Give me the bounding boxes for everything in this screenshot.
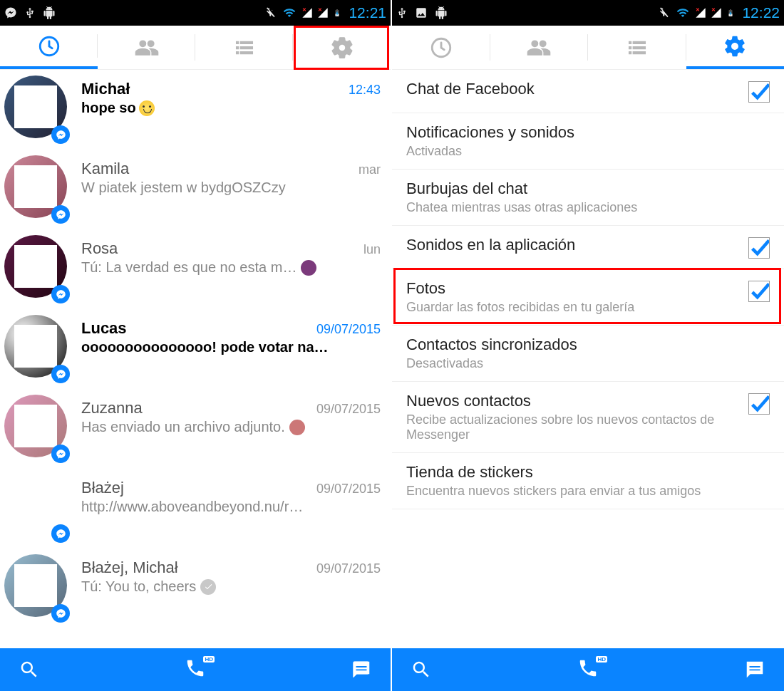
settings-title: Burbujas del chat — [406, 180, 763, 198]
mute-icon — [264, 6, 277, 19]
picture-icon — [415, 6, 428, 19]
chat-preview: Tú: La verdad es que no esta m… — [81, 259, 352, 276]
avatar[interactable] — [4, 554, 73, 623]
checkbox[interactable] — [748, 281, 770, 302]
bottom-bar: HD — [392, 648, 784, 691]
compose-icon[interactable] — [351, 659, 372, 680]
clock-icon — [429, 36, 453, 60]
chat-name: Błażej, Michał — [81, 558, 178, 577]
mute-icon — [658, 6, 671, 19]
search-icon[interactable] — [19, 659, 40, 680]
chat-time: 09/07/2015 — [316, 322, 381, 337]
chat-preview: ooooooooooooooo! pode votar na… — [81, 339, 352, 355]
checkbox[interactable] — [748, 393, 770, 415]
tab-settings[interactable] — [686, 26, 785, 69]
tab-settings[interactable] — [293, 26, 391, 69]
avatar[interactable] — [4, 76, 73, 144]
status-clock: 12:21 — [349, 4, 386, 21]
avatar[interactable] — [4, 395, 73, 463]
chat-preview: Has enviado un archivo adjunto. — [81, 419, 352, 435]
chat-preview: W piatek jestem w bydgOSZCzy — [81, 180, 352, 196]
chat-row[interactable]: Błażej 09/07/2015 http://www.aboveandbey… — [0, 469, 391, 549]
avatar[interactable] — [4, 155, 73, 224]
chat-row[interactable]: Michał 12:43 hope so — [0, 70, 391, 150]
right-screen: ✕ ✕ 12:22 Chat d — [392, 0, 784, 691]
checkbox[interactable] — [748, 81, 770, 103]
settings-title: Fotos — [406, 279, 741, 298]
chat-name: Rosa — [81, 239, 118, 258]
android-icon — [435, 6, 448, 19]
settings-row[interactable]: Contactos sincronizados Desactivadas — [392, 326, 784, 382]
tab-recent[interactable] — [0, 26, 98, 69]
left-screen: ✕ ✕ 12:21 — [0, 0, 392, 691]
chat-time: 09/07/2015 — [316, 482, 381, 497]
settings-row[interactable]: Burbujas del chat Chatea mientras usas o… — [392, 170, 784, 226]
settings-title: Contactos sincronizados — [406, 336, 763, 354]
list-icon — [232, 36, 257, 60]
settings-subtitle: Recibe actualizaciones sobre los nuevos … — [406, 412, 741, 442]
battery-icon — [333, 6, 341, 19]
settings-title: Nuevos contactos — [406, 392, 741, 410]
tab-groups[interactable] — [490, 26, 589, 69]
avatar[interactable] — [4, 474, 73, 543]
settings-list: Chat de Facebook Notificaciones y sonido… — [392, 70, 784, 648]
chat-preview: Tú: You to, cheers — [81, 578, 352, 595]
settings-subtitle: Guardar las fotos recibidas en tu galerí… — [406, 300, 741, 315]
chat-row[interactable]: Kamila mar W piatek jestem w bydgOSZCzy — [0, 150, 391, 229]
settings-row[interactable]: Sonidos en la aplicación — [392, 226, 784, 269]
usb-icon — [396, 6, 408, 19]
chat-preview: hope so — [81, 100, 352, 116]
chat-row[interactable]: Zuzanna 09/07/2015 Has enviado un archiv… — [0, 389, 391, 469]
messenger-badge-icon — [51, 205, 70, 224]
settings-row[interactable]: Nuevos contactos Recibe actualizaciones … — [392, 382, 784, 453]
status-bar: ✕ ✕ 12:21 — [0, 0, 391, 26]
chat-preview: http://www.aboveandbeyond.nu/r… — [81, 499, 352, 515]
status-bar: ✕ ✕ 12:22 — [392, 0, 784, 26]
settings-title: Chat de Facebook — [406, 80, 741, 98]
messenger-badge-icon — [51, 524, 70, 543]
groups-icon — [135, 36, 159, 60]
chat-time: mar — [359, 162, 381, 177]
signal-icon-2: ✕ — [711, 6, 722, 19]
messenger-icon — [4, 6, 17, 19]
tab-groups[interactable] — [98, 26, 195, 69]
tab-recent[interactable] — [392, 26, 490, 69]
chat-name: Michał — [81, 80, 130, 98]
compose-icon[interactable] — [744, 659, 765, 680]
avatar[interactable] — [4, 235, 73, 303]
call-button[interactable]: HD — [577, 658, 599, 682]
call-button[interactable]: HD — [185, 658, 206, 682]
gear-icon — [723, 34, 747, 58]
smile-emoji — [139, 100, 155, 116]
groups-icon — [527, 36, 551, 60]
messenger-badge-icon — [51, 365, 70, 383]
chat-name: Lucas — [81, 319, 127, 338]
read-receipt-avatar — [301, 260, 316, 276]
search-icon[interactable] — [411, 659, 432, 680]
usb-icon — [24, 6, 36, 19]
signal-icon: ✕ — [695, 6, 706, 19]
settings-row[interactable]: Tienda de stickers Encuentra nuevos stic… — [392, 453, 784, 509]
chat-row[interactable]: Rosa lun Tú: La verdad es que no esta m… — [0, 229, 391, 309]
settings-subtitle: Activadas — [406, 144, 763, 159]
settings-row[interactable]: Fotos Guardar las fotos recibidas en tu … — [392, 269, 784, 326]
chat-list: Michał 12:43 hope so Kamila mar W piatek… — [0, 70, 391, 648]
signal-icon: ✕ — [301, 6, 313, 19]
checkbox[interactable] — [748, 237, 770, 259]
chat-row[interactable]: Błażej, Michał 09/07/2015 Tú: You to, ch… — [0, 549, 391, 628]
svg-text:✕: ✕ — [696, 6, 701, 13]
chat-name: Zuzanna — [81, 399, 143, 417]
settings-subtitle: Chatea mientras usas otras aplicaciones — [406, 200, 763, 215]
chat-time: 09/07/2015 — [316, 561, 381, 576]
settings-title: Sonidos en la aplicación — [406, 236, 741, 254]
tab-list[interactable] — [195, 26, 293, 69]
messenger-badge-icon — [51, 445, 70, 463]
settings-row[interactable]: Chat de Facebook — [392, 70, 784, 113]
settings-row[interactable]: Notificaciones y sonidos Activadas — [392, 113, 784, 170]
chat-row[interactable]: Lucas 09/07/2015 ooooooooooooooo! pode v… — [0, 309, 391, 389]
svg-text:✕: ✕ — [712, 6, 716, 13]
avatar[interactable] — [4, 315, 73, 383]
battery-icon — [726, 6, 735, 19]
tab-list[interactable] — [588, 26, 686, 69]
chat-time: lun — [363, 242, 381, 257]
